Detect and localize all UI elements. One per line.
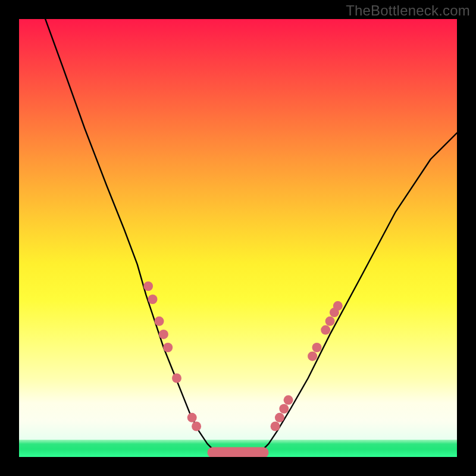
marker-right-1 xyxy=(275,413,284,422)
marker-right-5 xyxy=(312,343,322,352)
marker-left-3 xyxy=(159,330,168,339)
marker-right-9 xyxy=(333,301,343,311)
marker-left-2 xyxy=(155,317,164,326)
chart-frame: TheBottleneck.com xyxy=(0,0,476,476)
watermark-text: TheBottleneck.com xyxy=(346,2,470,19)
marker-right-7 xyxy=(325,317,335,326)
bottom-bar xyxy=(208,447,269,457)
markers-right-group xyxy=(271,301,343,431)
marker-right-2 xyxy=(279,404,289,414)
marker-left-7 xyxy=(192,422,201,431)
markers-left-group xyxy=(143,281,201,431)
marker-left-6 xyxy=(187,413,197,422)
marker-right-0 xyxy=(271,422,280,431)
v-curve xyxy=(45,19,457,453)
curve-group xyxy=(45,19,457,453)
marker-left-4 xyxy=(163,343,173,352)
chart-svg xyxy=(19,19,457,457)
marker-left-1 xyxy=(148,295,158,304)
marker-left-0 xyxy=(143,281,153,291)
marker-right-4 xyxy=(308,352,317,361)
bottom-bar-group xyxy=(208,447,269,457)
marker-right-3 xyxy=(284,395,293,405)
marker-right-6 xyxy=(321,325,330,335)
marker-left-5 xyxy=(172,374,181,383)
